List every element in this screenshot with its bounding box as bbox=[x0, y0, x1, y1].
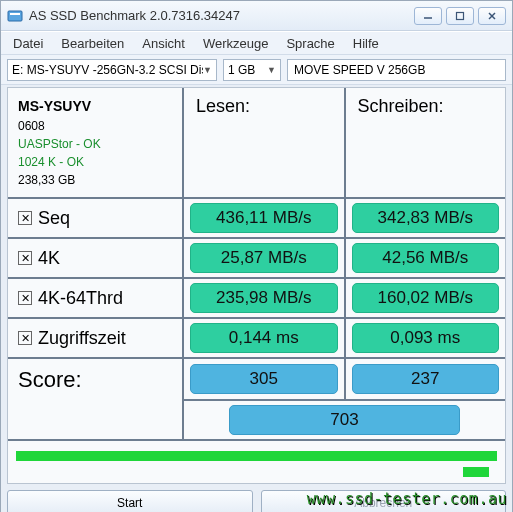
4k64-checkbox[interactable]: ✕ bbox=[18, 291, 32, 305]
4k64-label: 4K-64Thrd bbox=[38, 288, 123, 309]
titlebar: AS SSD Benchmark 2.0.7316.34247 bbox=[1, 1, 512, 31]
progress-bar-1 bbox=[16, 451, 497, 461]
menu-edit[interactable]: Bearbeiten bbox=[61, 36, 124, 51]
score-read: 305 bbox=[190, 364, 338, 394]
4k-label: 4K bbox=[38, 248, 60, 269]
device-fw: 0608 bbox=[18, 117, 172, 135]
device-name-field[interactable]: MOVE SPEED V 256GB bbox=[287, 59, 506, 81]
svg-rect-3 bbox=[457, 12, 464, 19]
score-label: Score: bbox=[8, 359, 184, 439]
access-label: Zugriffszeit bbox=[38, 328, 126, 349]
svg-rect-0 bbox=[8, 11, 22, 21]
write-header: Schreiben: bbox=[346, 88, 506, 197]
seq-checkbox[interactable]: ✕ bbox=[18, 211, 32, 225]
score-write: 237 bbox=[352, 364, 500, 394]
row-4k: ✕4K 25,87 MB/s 42,56 MB/s bbox=[8, 239, 505, 279]
4k64-write: 160,02 MB/s bbox=[352, 283, 500, 313]
menu-file[interactable]: Datei bbox=[13, 36, 43, 51]
device-name-value: MOVE SPEED V 256GB bbox=[294, 63, 425, 77]
results-panel: MS-YSUYV 0608 UASPStor - OK 1024 K - OK … bbox=[7, 87, 506, 484]
alignment-status: 1024 K - OK bbox=[18, 153, 172, 171]
seq-read: 436,11 MB/s bbox=[190, 203, 338, 233]
read-header: Lesen: bbox=[184, 88, 346, 197]
row-4k64: ✕4K-64Thrd 235,98 MB/s 160,02 MB/s bbox=[8, 279, 505, 319]
menu-view[interactable]: Ansicht bbox=[142, 36, 185, 51]
chevron-down-icon: ▼ bbox=[267, 65, 276, 75]
drive-select[interactable]: E: MS-YSUYV -256GN-3.2 SCSI Disk Dev ▼ bbox=[7, 59, 217, 81]
access-read: 0,144 ms bbox=[190, 323, 338, 353]
window-title: AS SSD Benchmark 2.0.7316.34247 bbox=[29, 8, 414, 23]
minimize-button[interactable] bbox=[414, 7, 442, 25]
header-row: MS-YSUYV 0608 UASPStor - OK 1024 K - OK … bbox=[8, 88, 505, 199]
window-controls bbox=[414, 7, 506, 25]
4k-checkbox[interactable]: ✕ bbox=[18, 251, 32, 265]
maximize-button[interactable] bbox=[446, 7, 474, 25]
menu-help[interactable]: Hilfe bbox=[353, 36, 379, 51]
close-button[interactable] bbox=[478, 7, 506, 25]
menu-language[interactable]: Sprache bbox=[286, 36, 334, 51]
app-window: AS SSD Benchmark 2.0.7316.34247 Datei Be… bbox=[0, 0, 513, 512]
device-model: MS-YSUYV bbox=[18, 96, 172, 117]
size-select[interactable]: 1 GB ▼ bbox=[223, 59, 281, 81]
device-info: MS-YSUYV 0608 UASPStor - OK 1024 K - OK … bbox=[8, 88, 184, 197]
seq-label: Seq bbox=[38, 208, 70, 229]
toolbar: E: MS-YSUYV -256GN-3.2 SCSI Disk Dev ▼ 1… bbox=[1, 55, 512, 85]
menu-tools[interactable]: Werkzeuge bbox=[203, 36, 269, 51]
row-seq: ✕Seq 436,11 MB/s 342,83 MB/s bbox=[8, 199, 505, 239]
score-total: 703 bbox=[229, 405, 460, 435]
device-capacity: 238,33 GB bbox=[18, 171, 172, 189]
access-write: 0,093 ms bbox=[352, 323, 500, 353]
progress-bar-2 bbox=[16, 467, 497, 477]
app-icon bbox=[7, 8, 23, 24]
4k64-read: 235,98 MB/s bbox=[190, 283, 338, 313]
access-checkbox[interactable]: ✕ bbox=[18, 331, 32, 345]
driver-status: UASPStor - OK bbox=[18, 135, 172, 153]
seq-write: 342,83 MB/s bbox=[352, 203, 500, 233]
score-row: Score: 305 237 703 bbox=[8, 359, 505, 441]
4k-write: 42,56 MB/s bbox=[352, 243, 500, 273]
chevron-down-icon: ▼ bbox=[203, 65, 212, 75]
4k-read: 25,87 MB/s bbox=[190, 243, 338, 273]
progress-area bbox=[8, 441, 505, 483]
size-select-value: 1 GB bbox=[228, 63, 255, 77]
menubar: Datei Bearbeiten Ansicht Werkzeuge Sprac… bbox=[1, 31, 512, 55]
row-access: ✕Zugriffszeit 0,144 ms 0,093 ms bbox=[8, 319, 505, 359]
svg-rect-1 bbox=[10, 13, 20, 15]
watermark: www.ssd-tester.com.au bbox=[307, 490, 507, 508]
start-button[interactable]: Start bbox=[7, 490, 253, 512]
drive-select-value: E: MS-YSUYV -256GN-3.2 SCSI Disk Dev bbox=[12, 63, 203, 77]
